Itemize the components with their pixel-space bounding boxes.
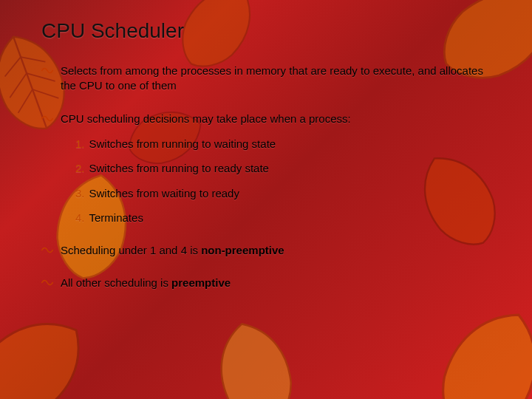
bullet-text-bold: preemptive bbox=[171, 276, 231, 289]
bullet-item: Scheduling under 1 and 4 is non-preempti… bbox=[41, 243, 491, 258]
sub-text: Switches from waiting to ready bbox=[89, 187, 239, 200]
sub-text: Switches from running to ready state bbox=[89, 162, 269, 174]
sub-text: Terminates bbox=[89, 211, 143, 224]
bullet-text: CPU scheduling decisions may take place … bbox=[61, 112, 351, 125]
sub-number: 3. bbox=[75, 187, 85, 200]
numbered-sublist: 1.Switches from running to waiting state… bbox=[61, 137, 491, 225]
sub-item: 4.Terminates bbox=[75, 211, 491, 225]
sub-text: Switches from running to waiting state bbox=[89, 137, 276, 150]
sub-item: 1.Switches from running to waiting state bbox=[75, 137, 491, 151]
sub-number: 4. bbox=[75, 211, 85, 224]
sub-number: 1. bbox=[75, 137, 85, 150]
sub-number: 2. bbox=[75, 162, 85, 174]
sub-item: 3.Switches from waiting to ready bbox=[75, 186, 491, 201]
bullet-item: All other scheduling is preemptive bbox=[41, 276, 491, 290]
bullet-text: Selects from among the processes in memo… bbox=[61, 64, 483, 92]
bullet-item: Selects from among the processes in memo… bbox=[41, 64, 491, 94]
bullet-text-bold: non-preemptive bbox=[201, 244, 284, 256]
bullet-text-prefix: Scheduling under 1 and 4 is bbox=[61, 244, 201, 256]
bullet-text-prefix: All other scheduling is bbox=[61, 276, 171, 289]
slide-title: CPU Scheduler bbox=[41, 19, 491, 43]
bullet-list: Selects from among the processes in memo… bbox=[41, 64, 491, 290]
slide-content: CPU Scheduler Selects from among the pro… bbox=[0, 0, 532, 323]
bullet-item: CPU scheduling decisions may take place … bbox=[41, 112, 491, 225]
sub-item: 2.Switches from running to ready state bbox=[75, 161, 491, 176]
